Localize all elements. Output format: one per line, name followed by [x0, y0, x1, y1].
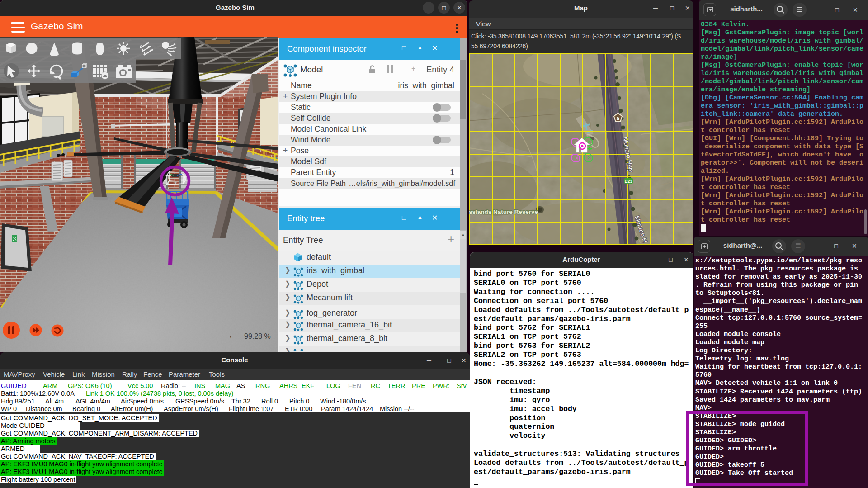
svg-text:99.28 %: 99.28 %: [244, 332, 271, 340]
svg-text:5: 5: [617, 116, 619, 121]
svg-text:‹: ‹: [230, 332, 232, 340]
svg-text:B23: B23: [625, 179, 632, 184]
svg-text:sslands Nature Reserve: sslands Nature Reserve: [469, 208, 538, 215]
